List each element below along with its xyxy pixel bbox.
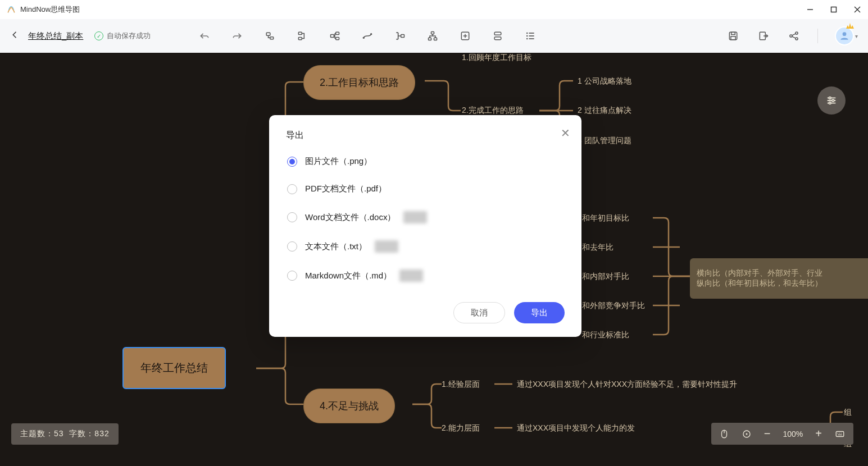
redo-button[interactable] <box>230 29 244 43</box>
svg-rect-6 <box>299 32 302 34</box>
svg-rect-28 <box>731 36 735 40</box>
export-option[interactable]: 文本文件（.txt） <box>287 240 565 253</box>
svg-rect-10 <box>336 38 339 40</box>
subtopic[interactable]: 1.经验层面 <box>442 380 480 390</box>
toolbar-tools <box>198 29 537 43</box>
svg-rect-27 <box>731 32 735 34</box>
back-button[interactable] <box>10 30 20 42</box>
subtopic[interactable]: 通过XXX项目发现个人针对XXX方面经验不足，需要针对性提升 <box>517 380 737 390</box>
summary-button[interactable] <box>393 29 407 43</box>
subtopic[interactable]: 通过XXX项目中发现个人能力的发 <box>517 423 635 433</box>
subtopic[interactable]: 和内部对手比 <box>582 272 629 282</box>
svg-line-34 <box>792 36 796 38</box>
subtopic[interactable]: 组 <box>844 408 852 418</box>
keyboard-shortcuts-button[interactable] <box>834 429 846 439</box>
zoom-out-button[interactable]: − <box>764 427 771 440</box>
main-toolbar: 年终总结_副本 ✓ 自动保存成功 ▾ <box>0 19 868 53</box>
canvas-status: 主题数：53 字数：832 <box>11 423 119 445</box>
cancel-button[interactable]: 取消 <box>453 302 505 323</box>
svg-rect-19 <box>495 37 502 40</box>
insert-button[interactable] <box>458 29 472 43</box>
summary-node[interactable]: 横向比（内部对手、外部对手、行业 纵向比（和年初目标比，和去年比） <box>690 258 868 299</box>
branch-topic-4[interactable]: 4.不足与挑战 <box>303 389 395 423</box>
svg-rect-8 <box>331 35 334 38</box>
radio-icon <box>287 271 297 281</box>
subtopic[interactable]: 2.能力层面 <box>442 423 480 433</box>
subtopic[interactable]: 2.完成工作的思路 <box>462 106 524 116</box>
svg-point-22 <box>526 38 528 40</box>
export-button[interactable] <box>757 29 770 43</box>
canvas-bottom-controls: − 100% + <box>711 423 853 445</box>
root-topic[interactable]: 年终工作总结 <box>122 347 226 389</box>
export-option[interactable]: 图片文件（.png） <box>287 156 565 167</box>
subtopic[interactable]: 2 过往痛点解决 <box>578 106 631 116</box>
app-logo-icon <box>7 5 16 14</box>
relation-line-button[interactable] <box>361 29 374 43</box>
svg-point-39 <box>832 99 834 102</box>
radio-icon <box>287 157 297 167</box>
window-minimize-button[interactable] <box>806 6 814 13</box>
svg-point-38 <box>829 97 831 99</box>
svg-point-40 <box>829 102 831 104</box>
dialog-close-button[interactable]: ✕ <box>561 126 570 140</box>
undo-button[interactable] <box>198 29 211 43</box>
radio-icon <box>287 241 297 252</box>
svg-rect-5 <box>270 37 274 39</box>
branch-topic-2[interactable]: 2.工作目标和思路 <box>303 65 415 100</box>
svg-rect-14 <box>431 32 434 34</box>
vip-badge <box>375 240 398 253</box>
export-option-label: PDF文档文件（.pdf） <box>305 184 387 194</box>
app-title: MindNow思维导图 <box>20 4 80 15</box>
user-avatar-icon <box>835 26 854 45</box>
export-option[interactable]: Word文档文件（.docx） <box>287 211 565 223</box>
subtopic[interactable]: 和外部竞争对手比 <box>582 301 645 311</box>
zoom-in-button[interactable]: + <box>815 427 822 440</box>
divider <box>817 29 818 43</box>
export-option-label: 文本文件（.txt） <box>305 241 367 252</box>
mindmap-canvas[interactable]: 年终工作总结 2.工作目标和思路 1.回顾年度工作目标 2.完成工作的思路 1 … <box>0 53 868 466</box>
structure-button[interactable] <box>426 29 439 43</box>
svg-rect-4 <box>267 33 271 35</box>
radio-icon <box>287 184 297 194</box>
outline-button[interactable] <box>524 29 537 43</box>
svg-rect-9 <box>336 32 339 34</box>
svg-rect-1 <box>831 7 837 12</box>
check-icon: ✓ <box>94 31 103 40</box>
vip-badge <box>399 269 423 282</box>
window-close-button[interactable] <box>853 6 861 13</box>
autosave-status: ✓ 自动保存成功 <box>94 31 151 41</box>
svg-point-11 <box>363 37 365 39</box>
export-option[interactable]: Markdown文件（.md） <box>287 269 565 282</box>
locate-center-button[interactable] <box>742 429 752 439</box>
subtopic[interactable]: 和行业标准比 <box>582 330 629 340</box>
svg-rect-16 <box>434 38 437 40</box>
add-child-button[interactable] <box>328 29 342 43</box>
mouse-mode-button[interactable] <box>719 429 729 439</box>
svg-rect-13 <box>401 35 405 38</box>
window-maximize-button[interactable] <box>830 6 838 13</box>
subtopic[interactable]: 和年初目标比 <box>582 213 629 223</box>
save-button[interactable] <box>726 29 740 43</box>
svg-point-12 <box>370 33 372 35</box>
subtopic[interactable]: 3 团队管理问题 <box>578 136 631 146</box>
canvas-settings-button[interactable] <box>817 86 846 115</box>
subtopic[interactable]: 1 公司战略落地 <box>578 76 631 86</box>
radio-icon <box>287 212 297 222</box>
document-title[interactable]: 年终总结_副本 <box>28 31 83 42</box>
svg-rect-7 <box>299 38 302 40</box>
svg-point-44 <box>746 433 747 435</box>
svg-rect-18 <box>495 32 502 35</box>
export-option[interactable]: PDF文档文件（.pdf） <box>287 184 565 194</box>
window-titlebar: MindNow思维导图 <box>0 0 868 19</box>
svg-rect-45 <box>836 431 844 436</box>
share-button[interactable] <box>787 29 801 43</box>
subtopic[interactable]: 1.回顾年度工作目标 <box>462 53 531 63</box>
export-option-label: Word文档文件（.docx） <box>305 212 396 223</box>
add-subtopic-button[interactable] <box>263 29 276 43</box>
subtopic[interactable]: 和去年比 <box>582 243 613 253</box>
style-button[interactable] <box>491 29 505 43</box>
user-menu[interactable]: ▾ <box>835 26 858 45</box>
chevron-down-icon: ▾ <box>855 33 858 39</box>
confirm-export-button[interactable]: 导出 <box>514 302 565 323</box>
add-sibling-button[interactable] <box>296 29 309 43</box>
